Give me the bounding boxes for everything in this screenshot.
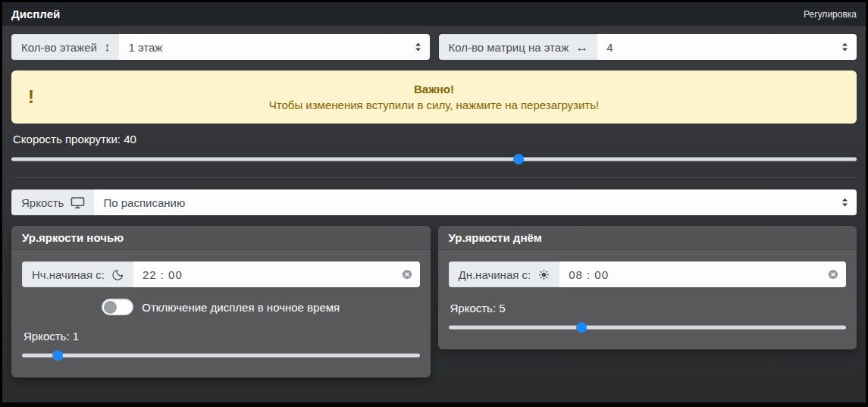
- page-title: Дисплей: [11, 8, 60, 20]
- floors-count-group: Кол-во этажей ↕ 1 этаж: [11, 34, 430, 60]
- main-content: Кол-во этажей ↕ 1 этаж Кол-во матриц на …: [2, 26, 866, 377]
- day-brightness-card: Ур.яркости днём Дн.начиная с:: [438, 226, 857, 349]
- night-start-time-value: 22 : 00: [143, 268, 183, 281]
- day-start-time-group: Дн.начиная с:: [449, 261, 847, 287]
- floors-count-label: Кол-во этажей ↕: [11, 34, 119, 60]
- matrices-per-floor-value: 4: [606, 41, 613, 54]
- brightness-mode-label-text: Яркость: [21, 196, 64, 209]
- top-controls-row: Кол-во этажей ↕ 1 этаж Кол-во матриц на …: [11, 33, 857, 60]
- toggle-knob: [104, 301, 117, 314]
- matrices-per-floor-group: Кол-во матриц на этаж ↔ 4: [439, 34, 857, 60]
- divider: [11, 177, 857, 178]
- night-card-title: Ур.яркости ночью: [11, 226, 431, 250]
- brightness-cards-row: Ур.яркости ночью Нч.начиная с: 22 : 00: [11, 226, 857, 377]
- brightness-mode-select[interactable]: По расписанию: [94, 189, 857, 215]
- night-brightness-slider[interactable]: [22, 350, 420, 361]
- clear-icon[interactable]: [402, 269, 412, 280]
- arrows-vertical-icon: ↕: [104, 41, 111, 54]
- night-card-body: Нч.начиная с: 22 : 00: [11, 250, 431, 377]
- slider-thumb[interactable]: [513, 154, 524, 164]
- night-display-off-toggle[interactable]: [102, 299, 133, 315]
- brightness-mode-label: Яркость: [11, 189, 94, 215]
- brightness-mode-group: Яркость По расписанию: [11, 189, 857, 215]
- night-start-time-input[interactable]: 22 : 00: [133, 261, 420, 287]
- slider-track: [449, 326, 847, 330]
- floors-count-label-text: Кол-во этажей: [21, 41, 97, 54]
- day-brightness-slider[interactable]: [449, 322, 847, 333]
- arrows-horizontal-icon: ↔: [575, 41, 588, 54]
- floors-count-value: 1 этаж: [128, 41, 162, 54]
- slider-track: [22, 354, 420, 358]
- scroll-speed-slider[interactable]: [11, 154, 857, 164]
- night-start-time-label-text: Нч.начиная с:: [32, 268, 105, 281]
- floors-count-select[interactable]: 1 этаж: [119, 34, 429, 60]
- scroll-speed-label: Скорость прокрутки: 40: [13, 133, 855, 146]
- night-display-off-label: Отключение дисплея в ночное время: [142, 301, 340, 314]
- important-alert: ! Важно! Чтобы изменения вступили в силу…: [11, 70, 857, 124]
- night-display-off-row: Отключение дисплея в ночное время: [22, 299, 420, 315]
- day-card-title: Ур.яркости днём: [438, 226, 857, 250]
- day-start-time-input[interactable]: 08 : 00: [559, 261, 846, 287]
- day-start-time-value: 08 : 00: [569, 268, 609, 281]
- alert-title: Важно!: [11, 83, 857, 95]
- sun-icon: [537, 268, 550, 281]
- titlebar: Дисплей Регулировка: [2, 2, 866, 26]
- matrices-per-floor-select[interactable]: 4: [597, 34, 857, 60]
- clear-icon[interactable]: [828, 269, 838, 280]
- monitor-icon: [71, 196, 85, 209]
- brightness-mode-value: По расписанию: [103, 196, 185, 209]
- matrices-per-floor-label-text: Кол-во матриц на этаж: [449, 41, 569, 54]
- night-start-time-label: Нч.начиная с:: [22, 261, 133, 287]
- alert-message: Чтобы изменения вступили в силу, нажмите…: [11, 99, 857, 111]
- slider-thumb[interactable]: [52, 350, 63, 361]
- exclamation-icon: !: [28, 86, 34, 108]
- day-start-time-label-text: Дн.начиная с:: [459, 268, 531, 281]
- select-caret-icon: [841, 42, 849, 52]
- day-card-body: Дн.начиная с:: [438, 250, 857, 349]
- slider-thumb[interactable]: [576, 322, 587, 333]
- moon-icon: [111, 268, 124, 281]
- adjustment-link[interactable]: Регулировка: [804, 9, 857, 20]
- day-start-time-label: Дн.начиная с:: [449, 261, 560, 287]
- select-caret-icon: [841, 197, 849, 208]
- matrices-per-floor-label: Кол-во матриц на этаж ↔: [439, 34, 598, 60]
- night-brightness-label: Яркость: 1: [24, 330, 418, 343]
- night-start-time-group: Нч.начиная с: 22 : 00: [22, 261, 420, 287]
- slider-track: [11, 158, 857, 161]
- display-settings-window: Дисплей Регулировка Кол-во этажей ↕ 1 эт…: [0, 0, 868, 407]
- select-caret-icon: [414, 42, 422, 52]
- day-brightness-label: Яркость: 5: [450, 302, 845, 315]
- night-brightness-card: Ур.яркости ночью Нч.начиная с: 22 : 00: [11, 226, 431, 377]
